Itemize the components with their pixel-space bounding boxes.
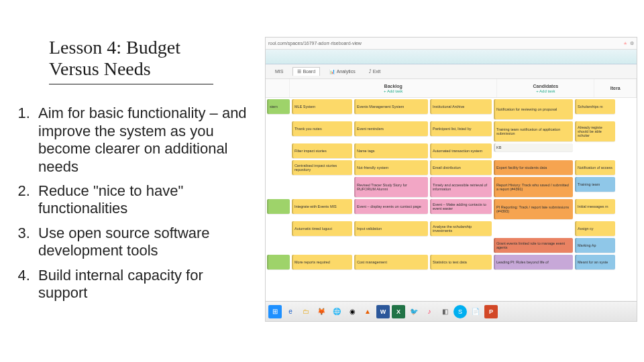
card[interactable]: Analyse the scholarship investments	[430, 221, 492, 236]
url-text: rool.com/spaces/16797-adorr-riseboard-vi…	[268, 41, 621, 46]
card[interactable]: Training team notification of applicatio…	[494, 121, 573, 141]
add-task-link[interactable]: + Add task	[384, 89, 402, 93]
column-candidates: Candidates + Add task	[497, 79, 594, 97]
card[interactable]: PI Reporting: Track / report late submis…	[494, 199, 573, 219]
skype-icon[interactable]: S	[453, 305, 467, 318]
card[interactable]: Report History: Track who saved / submit…	[494, 177, 573, 197]
star-icon: ★	[623, 41, 627, 46]
list-item: Aim for basic functionality – and improv…	[34, 105, 255, 176]
powerpoint-icon[interactable]: P	[484, 305, 498, 318]
card[interactable]: Events Management System	[354, 99, 428, 114]
card[interactable]: Training team	[575, 177, 615, 192]
card[interactable]: Thank you notes	[292, 121, 352, 136]
card[interactable]: Timely and accessible retrieval of infor…	[430, 177, 492, 197]
card[interactable]: Name tags	[354, 143, 428, 158]
app-banner	[266, 50, 637, 64]
card[interactable]: Meant for an syste	[575, 255, 615, 269]
card[interactable]: Already registe should be able scholar	[575, 121, 615, 141]
start-icon[interactable]: ⊞	[268, 305, 282, 318]
card[interactable]: KB	[494, 143, 573, 152]
explorer-icon[interactable]: 🗀	[299, 305, 313, 318]
card[interactable]: Marking Ap	[575, 238, 615, 253]
column-backlog: Backlog + Add task	[290, 79, 497, 97]
card[interactable]: Email distribution	[430, 160, 492, 175]
pdf-icon[interactable]: 📄	[469, 305, 482, 318]
gear-icon: ⚙	[630, 41, 634, 46]
tab-board[interactable]: ☰ Board	[292, 67, 320, 76]
card[interactable]: Cost management	[354, 255, 428, 269]
card[interactable]	[267, 199, 290, 214]
tab-analytics[interactable]: 📊 Analytics	[325, 68, 360, 76]
card[interactable]: Scholarships m	[575, 99, 615, 114]
chrome-icon[interactable]: ◉	[345, 305, 359, 318]
title-line-1: Lesson 4: Budget	[49, 37, 180, 58]
list-item: Use open source software development too…	[34, 225, 255, 260]
card[interactable]: Filter impact stories	[292, 143, 352, 158]
bullet-list: Aim for basic functionality – and improv…	[10, 105, 255, 302]
app-screenshot: rool.com/spaces/16797-adorr-riseboard-vi…	[265, 37, 637, 322]
address-bar: rool.com/spaces/16797-adorr-riseboard-vi…	[266, 38, 637, 50]
title-line-2: Versus Needs	[49, 58, 151, 79]
ie-icon[interactable]: e	[284, 305, 297, 318]
card[interactable]: MLE System	[292, 99, 352, 114]
card[interactable]: More reports required	[292, 255, 352, 269]
card[interactable]: Automated transaction system	[430, 143, 492, 158]
card[interactable]: Event – display events on contact page	[354, 199, 428, 214]
kanban-board: stem MLE System Events Management System…	[266, 98, 637, 273]
card[interactable]: Automatic timed logout	[292, 221, 352, 236]
tab-mis[interactable]: MIS	[271, 68, 287, 75]
card[interactable]: Input validation	[354, 221, 428, 236]
card[interactable]: Event – Make adding contacts to event ea…	[430, 199, 492, 214]
column-spacer	[266, 79, 290, 97]
card[interactable]: Not-friendly system	[354, 160, 428, 175]
card[interactable]: stem	[267, 99, 290, 114]
app-icon[interactable]: ◧	[438, 305, 451, 318]
card[interactable]: Centralised impact stories repository	[292, 160, 352, 175]
card[interactable]: Assign cy	[575, 221, 615, 236]
column-itera: Itera	[594, 79, 637, 97]
title-underline	[49, 84, 213, 84]
card[interactable]: Expert facility for students data	[494, 160, 573, 175]
card[interactable]: Revised Tracer Study Story for RUFORUM A…	[354, 177, 428, 197]
list-item: Build internal capacity for support	[34, 267, 255, 302]
excel-icon[interactable]: X	[392, 305, 405, 318]
add-task-link[interactable]: + Add task	[536, 89, 555, 93]
toolbar: MIS ☰ Board 📊 Analytics ⤴ Exit	[266, 64, 637, 79]
list-item: Reduce "nice to have" functionalities	[34, 182, 255, 218]
twitter-icon[interactable]: 🐦	[407, 305, 421, 318]
card[interactable]: Event reminders	[354, 121, 428, 136]
slide-title: Lesson 4: Budget Versus Needs	[49, 37, 255, 80]
word-icon[interactable]: W	[376, 305, 390, 318]
card[interactable]: Notification for reviewing on proposal	[494, 99, 573, 119]
tab-exit[interactable]: ⤴ Exit	[365, 68, 385, 75]
vlc-icon[interactable]: ▲	[361, 305, 374, 318]
card[interactable]: Participant list, listed by	[430, 121, 492, 136]
card[interactable]: Integrate with Events MIS	[292, 199, 352, 214]
taskbar: ⊞ e 🗀 🦊 🌐 ◉ ▲ W X 🐦 ♪ ◧ S 📄 P	[266, 301, 637, 321]
browser-icon[interactable]: 🌐	[330, 305, 343, 318]
card[interactable]	[267, 255, 290, 269]
firefox-icon[interactable]: 🦊	[315, 305, 328, 318]
card[interactable]: Initial messages m	[575, 199, 615, 214]
card[interactable]: Institutional Archive	[430, 99, 492, 114]
itunes-icon[interactable]: ♪	[423, 305, 436, 318]
card[interactable]: Leading PI: Roles beyond life of	[494, 255, 573, 269]
board-columns: Backlog + Add task Candidates + Add task…	[266, 79, 637, 98]
card[interactable]: Grant events limited role to manage even…	[494, 238, 573, 253]
card[interactable]: Notification of access	[575, 160, 615, 175]
card[interactable]: Statistics to test data	[430, 255, 492, 269]
